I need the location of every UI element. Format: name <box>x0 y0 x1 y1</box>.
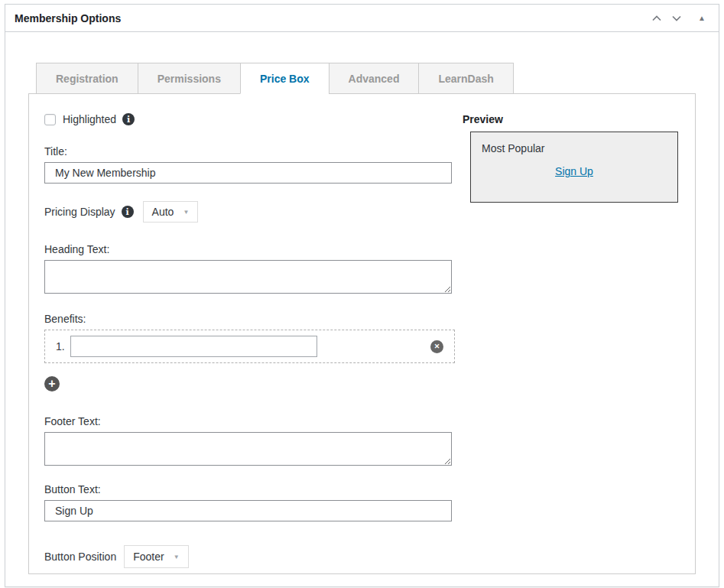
preview-box: Most Popular Sign Up <box>470 132 678 203</box>
title-label: Title: <box>44 145 452 158</box>
heading-text-textarea[interactable] <box>44 260 452 294</box>
footer-text-field-group: Footer Text: <box>44 415 452 466</box>
footer-text-textarea[interactable] <box>44 432 452 466</box>
title-input[interactable] <box>44 162 452 184</box>
dropdown-arrow-icon: ▼ <box>183 209 189 216</box>
preview-link-row: Sign Up <box>482 164 667 178</box>
preview-heading: Preview <box>463 113 680 125</box>
button-text-field-group: Button Text: <box>44 483 452 521</box>
pricing-display-row: Pricing Display i Auto ▼ <box>44 201 452 223</box>
tab-bar: Registration Permissions Price Box Advan… <box>36 63 696 94</box>
pricing-display-value: Auto <box>152 206 174 218</box>
preview-badge: Most Popular <box>482 142 667 154</box>
price-box-panel: Highlighted i Title: Pricing Display i A… <box>28 93 696 574</box>
pricing-display-label: Pricing Display <box>44 206 115 218</box>
footer-text-label: Footer Text: <box>44 415 452 427</box>
button-position-label: Button Position <box>44 551 116 563</box>
benefits-label: Benefits: <box>44 313 452 325</box>
add-benefit-button[interactable]: + <box>44 376 60 391</box>
metabox-header[interactable]: Membership Options ▲ <box>5 5 719 32</box>
membership-options-metabox: Membership Options ▲ Registration Permis… <box>5 4 719 587</box>
metabox-body: Registration Permissions Price Box Advan… <box>5 32 719 586</box>
button-position-row: Button Position Footer ▼ <box>44 545 452 568</box>
tab-price-box[interactable]: Price Box <box>240 63 330 94</box>
button-text-label: Button Text: <box>44 483 452 495</box>
remove-benefit-icon[interactable]: ✕ <box>430 340 443 353</box>
info-icon[interactable]: i <box>122 113 135 125</box>
benefit-row: 1. ✕ <box>44 330 455 363</box>
preview-signup-link[interactable]: Sign Up <box>555 165 593 177</box>
pricing-display-select[interactable]: Auto ▼ <box>143 201 199 223</box>
tab-learndash[interactable]: LearnDash <box>418 63 513 94</box>
heading-text-field-group: Heading Text: <box>44 243 452 294</box>
metabox-title: Membership Options <box>15 12 121 24</box>
button-text-input[interactable] <box>44 500 452 521</box>
button-position-value: Footer <box>133 551 164 563</box>
chevron-down-icon <box>670 12 683 24</box>
dropdown-arrow-icon: ▼ <box>174 554 180 560</box>
highlighted-checkbox[interactable] <box>44 114 56 125</box>
price-box-form: Highlighted i Title: Pricing Display i A… <box>44 109 452 558</box>
benefit-input[interactable] <box>70 336 317 357</box>
move-up-button[interactable] <box>647 11 667 26</box>
benefits-field-group: Benefits: 1. ✕ + <box>44 313 452 391</box>
info-icon[interactable]: i <box>122 206 134 218</box>
preview-column: Preview Most Popular Sign Up <box>463 109 680 558</box>
move-down-button[interactable] <box>667 11 687 26</box>
highlighted-row: Highlighted i <box>44 113 452 125</box>
highlighted-label: Highlighted <box>63 113 116 125</box>
heading-text-label: Heading Text: <box>44 243 452 255</box>
tab-registration[interactable]: Registration <box>36 63 138 94</box>
title-field-group: Title: <box>44 145 452 184</box>
benefit-number: 1. <box>56 340 65 352</box>
metabox-handle-actions: ▲ <box>647 11 709 26</box>
triangle-up-icon: ▲ <box>698 15 706 22</box>
button-position-select[interactable]: Footer ▼ <box>124 545 188 568</box>
toggle-panel-button[interactable]: ▲ <box>687 13 709 24</box>
tab-advanced[interactable]: Advanced <box>329 63 420 94</box>
chevron-up-icon <box>651 12 663 24</box>
tab-permissions[interactable]: Permissions <box>138 63 241 94</box>
